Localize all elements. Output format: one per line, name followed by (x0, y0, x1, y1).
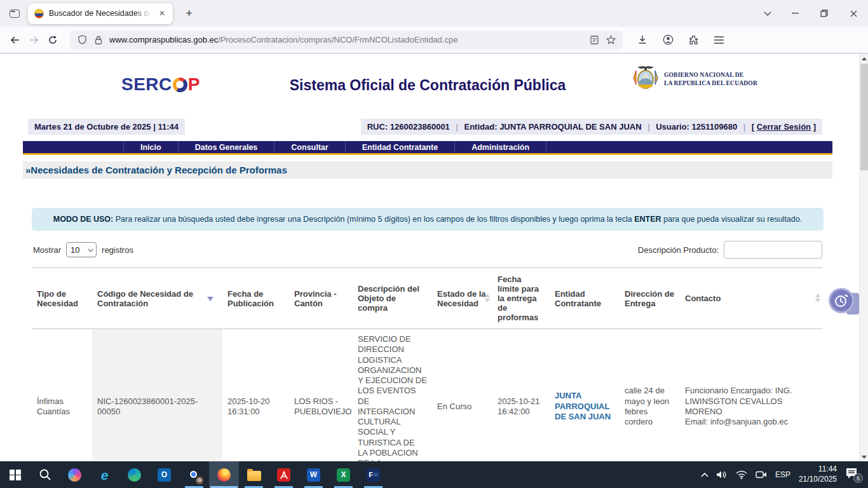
chrome-profile-badge: G (196, 477, 203, 484)
url-domain: www.compraspublicas.gob.ec (109, 35, 218, 44)
col-descripcion-objeto[interactable]: Descripción del Objeto de compra (353, 268, 432, 329)
f-app-icon: F (367, 468, 380, 482)
windows-taskbar: e O G W X F ESP 11:44 21/10/2025 5 (0, 461, 868, 488)
downloads-icon[interactable] (634, 32, 651, 48)
system-tray: ESP 11:44 21/10/2025 5 (701, 461, 868, 488)
acrobat-button[interactable] (269, 461, 299, 488)
start-button[interactable] (0, 461, 30, 488)
col-codigo[interactable]: Código de Necesidad de Contratación (92, 268, 222, 329)
page-size-select[interactable]: 10 (66, 242, 97, 257)
ecuador-crest-icon (632, 65, 659, 93)
outlook-icon: O (158, 468, 171, 482)
chrome-icon: G (187, 468, 201, 482)
col-contacto[interactable]: Contacto (680, 268, 823, 329)
logout-link[interactable]: Cerrar Sesión (757, 122, 811, 132)
internet-explorer-icon: e (101, 468, 109, 482)
menu-item-entidad-contratante[interactable]: Entidad Contratante (346, 141, 455, 153)
copilot-icon (68, 468, 81, 482)
notification-badge: 5 (853, 473, 863, 483)
internet-explorer-button[interactable]: e (90, 461, 119, 488)
col-direccion-entrega[interactable]: Dirección de Entrega (620, 268, 680, 329)
table-header-row: Tipo de Necesidad Código de Necesidad de… (32, 268, 823, 329)
usuario-label: Usuario: (656, 122, 689, 132)
language-indicator[interactable]: ESP (775, 470, 790, 479)
outlook-button[interactable]: O (149, 461, 179, 488)
cell-estado: En Curso (432, 329, 492, 462)
f-app-button[interactable]: F (358, 461, 388, 488)
firefox-button[interactable] (209, 461, 239, 488)
menu-item-administracion[interactable]: Administración (455, 141, 546, 153)
shield-icon[interactable] (74, 35, 90, 44)
entidad-label: Entidad: (465, 122, 498, 132)
extensions-puzzle-icon[interactable] (685, 32, 702, 48)
new-tab-button[interactable]: + (180, 6, 198, 20)
restore-button[interactable] (810, 0, 839, 27)
menu-hamburger-icon[interactable] (710, 32, 727, 48)
tray-clock[interactable]: 11:44 21/10/2025 (799, 464, 837, 484)
vertical-scrollbar[interactable] (859, 54, 868, 461)
minimize-button[interactable] (780, 0, 810, 27)
menu-item-inicio[interactable]: Inicio (123, 141, 179, 153)
table-controls: Mostrar 10 registros Descripción Product… (33, 241, 822, 259)
filter-label: Descripción Producto: (638, 245, 719, 255)
meet-now-icon[interactable] (756, 470, 767, 479)
window-controls (755, 0, 868, 27)
list-tabs-chevron-icon[interactable] (755, 0, 780, 27)
scroll-up-arrow[interactable] (860, 54, 868, 63)
page-title-bar: »Necesidades de Contratación y Recepción… (23, 161, 832, 179)
reader-mode-icon[interactable] (586, 36, 602, 44)
browser-tab-strip: Buscador de Necesidades de Co ✕ + (0, 0, 868, 27)
government-logo: GOBIERNO NACIONAL DE LA REPUBLICA DEL EC… (632, 65, 757, 93)
entity-link[interactable]: JUNTA PARROQUIAL DE SAN JUAN (555, 391, 611, 421)
scrollbar-thumb[interactable] (860, 64, 868, 170)
browser-tab[interactable]: Buscador de Necesidades de Co ✕ (28, 3, 173, 24)
url-path: /ProcesoContratacion/compras/NCO/FrmNCOL… (218, 35, 458, 44)
forward-button[interactable] (24, 30, 43, 50)
cell-fecha-limite: 2025-10-21 16:42:00 (492, 329, 550, 462)
col-entidad-contratante[interactable]: Entidad Contratante (550, 268, 620, 329)
ruc-label: RUC: (367, 122, 388, 132)
cell-fecha-publicacion: 2025-10-20 16:31:00 (222, 329, 289, 462)
chevron-down-icon (88, 247, 93, 252)
windows-logo-icon (10, 470, 20, 480)
clock-icon (833, 292, 850, 309)
lock-icon[interactable] (90, 36, 107, 44)
reload-button[interactable] (43, 30, 62, 50)
usage-label: MODO DE USO: (53, 215, 113, 224)
volume-icon[interactable] (717, 470, 728, 479)
excel-button[interactable]: X (329, 461, 358, 488)
word-button[interactable]: W (299, 461, 329, 488)
wifi-icon[interactable] (736, 471, 747, 479)
tab-close-icon[interactable]: ✕ (156, 8, 168, 19)
col-fecha-publicacion[interactable]: Fecha de Publicación (222, 268, 289, 329)
cell-entidad: JUNTA PARROQUIAL DE SAN JUAN (550, 329, 620, 462)
tray-chevron-up-icon[interactable] (701, 473, 709, 477)
scroll-down-arrow[interactable] (860, 452, 868, 461)
account-icon[interactable] (660, 32, 676, 48)
cell-descripcion: SERVICIO DE DIRECCION LOGISTICA ORGANIZA… (353, 329, 432, 462)
close-button[interactable] (839, 0, 868, 27)
col-estado-necesidad[interactable]: Estado de la Necesidad (432, 268, 492, 329)
edge-button[interactable] (119, 461, 149, 488)
acrobat-icon (277, 468, 290, 482)
menu-item-datos-generales[interactable]: Datos Generales (179, 141, 275, 153)
toolbar-right-icons (634, 32, 727, 48)
col-tipo-necesidad[interactable]: Tipo de Necesidad (32, 268, 92, 329)
product-description-input[interactable] (724, 241, 822, 259)
bookmark-star-icon[interactable] (602, 35, 619, 44)
menu-item-consultar[interactable]: Consultar (275, 141, 345, 153)
copilot-button[interactable] (60, 461, 90, 488)
firefox-view-icon[interactable] (5, 4, 24, 23)
search-button[interactable] (30, 461, 60, 488)
chrome-button[interactable]: G (179, 461, 209, 488)
file-explorer-icon (247, 471, 261, 481)
col-provincia-canton[interactable]: Provincia - Cantón (289, 268, 353, 329)
file-explorer-button[interactable] (239, 461, 269, 488)
notification-center-button[interactable]: 5 (845, 468, 860, 482)
back-button[interactable] (5, 30, 24, 50)
url-bar[interactable]: www.compraspublicas.gob.ec/ProcesoContra… (70, 30, 623, 50)
clock-overlay-widget[interactable] (829, 288, 854, 313)
page-title: »Necesidades de Contratación y Recepción… (23, 165, 287, 175)
col-fecha-limite[interactable]: Fecha límite para la entrega de proforma… (492, 268, 550, 329)
cell-codigo: NIC-1260023860001-2025-00050 (92, 329, 222, 462)
